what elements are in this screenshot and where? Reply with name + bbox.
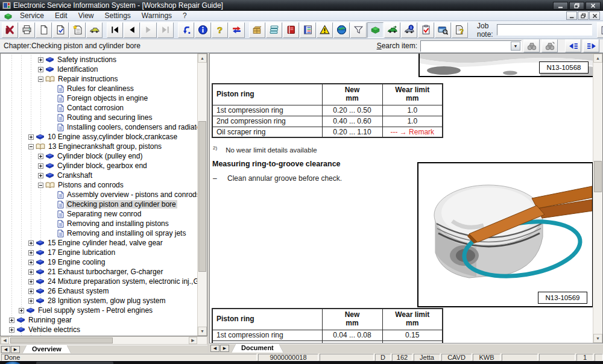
restore-button[interactable]	[569, 2, 584, 10]
expand-toggle-icon[interactable]	[38, 154, 43, 159]
scroll-up-icon[interactable]: ▲	[198, 54, 207, 63]
tree-item[interactable]: Removing and installing pistons	[1, 219, 198, 228]
doc-scroll-down-icon[interactable]: ▼	[593, 334, 602, 343]
tree-item[interactable]: 15 Engine cylinder head, valve gear	[1, 238, 198, 248]
tree-item-label[interactable]: Running gear	[27, 316, 73, 324]
close-button[interactable]	[586, 2, 601, 10]
info-button[interactable]	[195, 22, 211, 38]
tree-item[interactable]: Installing coolers, condensers and radia…	[1, 122, 198, 132]
menu-service[interactable]: Service	[14, 11, 49, 20]
tree-item-label[interactable]: Checking piston and cylinder bore	[66, 200, 177, 209]
tree-item-label[interactable]: 10 Engine assy,cylinder block,crankcase	[46, 133, 178, 141]
go-last-button[interactable]	[157, 22, 174, 38]
expand-toggle-icon[interactable]	[28, 144, 34, 149]
tree-item[interactable]: Crankshaft	[1, 171, 198, 180]
tree-item[interactable]: Cylinder block, gearbox end	[1, 161, 198, 171]
web-button[interactable]	[333, 22, 350, 38]
tree-vertical-scrollbar[interactable]: ▲ ▼	[197, 54, 207, 336]
doc-scroll-thumb[interactable]	[594, 161, 602, 192]
tree-item[interactable]: Identification	[1, 64, 198, 74]
document-check-button[interactable]	[52, 22, 69, 38]
compare-button[interactable]	[229, 22, 245, 38]
tree-item[interactable]: Pistons and conrods	[1, 180, 198, 190]
tree-item-label[interactable]: Removing and installing oil spray jets	[66, 229, 187, 237]
expand-toggle-icon[interactable]	[38, 173, 43, 178]
mdi-restore-button[interactable]	[578, 11, 589, 20]
tree-item[interactable]: 24 Mixture preparation system, electroni…	[1, 277, 198, 286]
doc-scroll-up-icon[interactable]: ▲	[593, 54, 602, 63]
tree-item-label[interactable]: Vehicle electrics	[27, 325, 81, 334]
tab-scroll-left-icon[interactable]: ◀	[1, 346, 10, 353]
expand-toggle-icon[interactable]	[38, 57, 43, 63]
tree-horizontal-scrollbar[interactable]: ◀ ▶	[0, 336, 207, 345]
expand-toggle-icon[interactable]	[9, 327, 14, 333]
doc-tab-scroll-right-icon[interactable]: ▶	[220, 345, 229, 352]
combo-dropdown-icon[interactable]: ▼	[511, 42, 520, 51]
tree-item[interactable]: Fuel supply system - Petrol engines	[1, 306, 198, 315]
exit-button[interactable]	[2, 22, 18, 38]
tree-item[interactable]: Vehicle electrics	[1, 325, 198, 334]
warnings-button[interactable]	[317, 22, 333, 38]
eco-vehicle-button[interactable]	[384, 22, 400, 38]
expand-toggle-icon[interactable]	[28, 298, 34, 304]
tree-item[interactable]: Rules for cleanliness	[1, 84, 198, 93]
find-next-button[interactable]	[523, 39, 540, 52]
tree-item[interactable]: 21 Exhaust turbocharger, G-charger	[1, 267, 198, 277]
expand-toggle-icon[interactable]	[38, 67, 43, 72]
tab-scroll-right-icon[interactable]: ▶	[11, 346, 20, 353]
expand-toggle-icon[interactable]	[38, 77, 43, 82]
tree-item[interactable]: Removing and installing oil spray jets	[1, 228, 198, 238]
menu-edit[interactable]: Edit	[49, 11, 73, 20]
expand-toggle-icon[interactable]	[28, 269, 34, 275]
tree-item-label[interactable]: Installing coolers, condensers and radia…	[66, 123, 198, 131]
tree-item-label[interactable]: 24 Mixture preparation system, electroni…	[46, 277, 198, 286]
tree-hscroll-thumb[interactable]	[10, 337, 113, 344]
expand-toggle-icon[interactable]	[19, 308, 24, 313]
tree-item-label[interactable]: Removing and installing pistons	[66, 219, 170, 228]
search-item-combobox[interactable]: ▼	[420, 40, 522, 52]
go-first-button[interactable]	[107, 22, 123, 38]
tree-item-label[interactable]: Crankshaft	[56, 171, 93, 180]
scroll-right-icon[interactable]: ▶	[189, 337, 197, 344]
new-document-button[interactable]	[36, 22, 52, 38]
tree-item-label[interactable]: Contact corrosion	[66, 104, 125, 112]
checklist-button[interactable]	[418, 22, 434, 38]
tree-item-label[interactable]: 17 Engine lubrication	[46, 248, 116, 257]
tree-item-label[interactable]: Foreign objects in engine	[66, 94, 149, 102]
tree-item-label[interactable]: Pistons and conrods	[57, 181, 125, 189]
print-stack-button[interactable]	[266, 22, 282, 38]
tree-item-label[interactable]: 15 Engine cylinder head, valve gear	[46, 239, 164, 247]
tree-item-label[interactable]: Routing and securing lines	[66, 113, 153, 122]
tree-item[interactable]: 19 Engine cooling	[1, 257, 198, 267]
filter-button[interactable]	[350, 22, 367, 38]
tree-item-label[interactable]: Cylinder block (pulley end)	[56, 152, 144, 160]
print-button[interactable]	[19, 22, 35, 38]
minimize-button[interactable]	[553, 2, 568, 10]
expand-toggle-icon[interactable]	[9, 318, 14, 323]
tree-item[interactable]: Contact corrosion	[1, 103, 198, 113]
parts-box-button[interactable]	[249, 22, 265, 38]
tree-item-label[interactable]: Separating new conrod	[66, 210, 142, 218]
tree-item-label[interactable]: Cylinder block, gearbox end	[56, 162, 148, 170]
tree-item-label[interactable]: Identification	[56, 65, 99, 74]
tree-item-label[interactable]: 26 Exhaust system	[46, 287, 110, 295]
menu-warnings[interactable]: Warnings	[136, 11, 177, 20]
tree-item[interactable]: Running gear	[1, 315, 198, 325]
expand-toggle-icon[interactable]	[28, 134, 34, 140]
vehicle-button[interactable]	[86, 22, 103, 38]
return-button[interactable]	[178, 22, 194, 38]
tree-item-label[interactable]: Safety instructions	[56, 55, 118, 64]
start-orb-icon[interactable]	[5, 362, 21, 364]
tree-item[interactable]: Repair instructions	[1, 74, 198, 84]
mdi-close-button[interactable]	[589, 11, 600, 20]
menu-?[interactable]: ?	[177, 11, 192, 20]
tree-item-label[interactable]: Rules for cleanliness	[66, 84, 135, 93]
tree-item[interactable]: Separating new conrod	[1, 209, 198, 219]
tree-item[interactable]: Checking piston and cylinder bore	[1, 199, 198, 209]
menu-view[interactable]: View	[73, 11, 99, 20]
jump-previous-button[interactable]	[565, 39, 581, 52]
tree-item-label[interactable]: Assembly overview - pistons and conrods	[66, 190, 198, 199]
job-note-clipboard-button[interactable]	[597, 22, 603, 38]
tree-item[interactable]: Routing and securing lines	[1, 113, 198, 122]
tree-item[interactable]: Assembly overview - pistons and conrods	[1, 190, 198, 199]
